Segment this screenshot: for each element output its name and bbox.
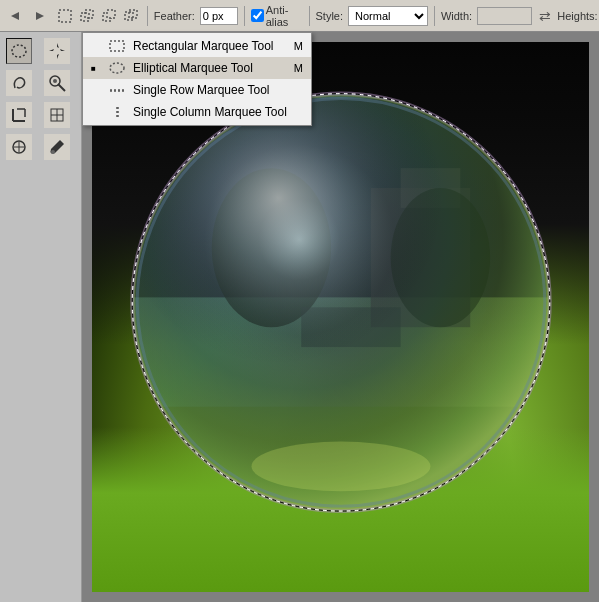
history-controls xyxy=(4,5,51,27)
svg-marker-1 xyxy=(36,12,44,20)
svg-marker-13 xyxy=(57,49,65,51)
sidebar-tool-magic-wand[interactable] xyxy=(44,70,70,96)
width-label: Width: xyxy=(441,10,472,22)
menu-item-label-3: Single Column Marquee Tool xyxy=(133,105,287,119)
swap-dimensions-button[interactable]: ⇄ xyxy=(535,5,554,27)
sidebar-tool-healing[interactable] xyxy=(6,134,32,160)
svg-point-47 xyxy=(110,63,124,73)
menu-shortcut-0: M xyxy=(294,40,303,52)
history-back-button[interactable] xyxy=(4,5,26,27)
sidebar-tool-slice[interactable] xyxy=(44,102,70,128)
svg-marker-11 xyxy=(57,51,59,59)
sidebar-tool-crop[interactable] xyxy=(6,102,32,128)
svg-point-16 xyxy=(53,79,57,83)
separator-1 xyxy=(147,6,148,26)
width-input[interactable] xyxy=(477,7,532,25)
rectangular-marquee-icon xyxy=(107,38,127,54)
svg-marker-12 xyxy=(49,49,57,51)
sidebar-tool-move[interactable] xyxy=(44,38,70,64)
separator-3 xyxy=(309,6,310,26)
svg-rect-46 xyxy=(110,41,124,51)
svg-point-27 xyxy=(51,150,55,154)
style-select[interactable]: Normal Fixed Ratio Fixed Size xyxy=(348,6,428,26)
marquee-intersect-button[interactable] xyxy=(122,5,141,27)
history-fwd-button[interactable] xyxy=(29,5,51,27)
sidebar xyxy=(0,32,82,602)
separator-2 xyxy=(244,6,245,26)
marquee-add-button[interactable] xyxy=(77,5,96,27)
svg-point-9 xyxy=(12,45,26,57)
marquee-new-button[interactable] xyxy=(55,5,74,27)
menu-item-single-column-marquee[interactable]: Single Column Marquee Tool xyxy=(83,101,311,123)
antialias-checkbox[interactable] xyxy=(251,9,264,22)
elliptical-marquee-icon xyxy=(107,60,127,76)
height-label: Heights: xyxy=(557,10,597,22)
menu-item-label-0: Rectangular Marquee Tool xyxy=(133,39,274,53)
sidebar-tool-marquee[interactable] xyxy=(6,38,32,64)
svg-rect-2 xyxy=(59,10,71,22)
svg-rect-6 xyxy=(107,10,115,18)
dropdown-menu: Rectangular Marquee Tool M ■ Elliptical … xyxy=(82,32,312,126)
feather-input[interactable] xyxy=(200,7,238,25)
menu-item-rectangular-marquee[interactable]: Rectangular Marquee Tool M xyxy=(83,35,311,57)
menu-shortcut-1: M xyxy=(294,62,303,74)
svg-marker-0 xyxy=(11,12,19,20)
menu-item-label-1: Elliptical Marquee Tool xyxy=(133,61,253,75)
sidebar-tool-lasso[interactable] xyxy=(6,70,32,96)
marquee-subtract-button[interactable] xyxy=(100,5,119,27)
svg-point-43 xyxy=(251,442,430,492)
single-column-marquee-icon xyxy=(107,104,127,120)
svg-marker-10 xyxy=(57,43,59,51)
menu-item-single-row-marquee[interactable]: Single Row Marquee Tool xyxy=(83,79,311,101)
single-row-marquee-icon xyxy=(107,82,127,98)
menu-item-label-2: Single Row Marquee Tool xyxy=(133,83,270,97)
sidebar-tool-brush[interactable] xyxy=(44,134,70,160)
menu-bullet-2 xyxy=(91,85,101,96)
menu-bullet-3 xyxy=(91,107,101,118)
menu-bullet-1: ■ xyxy=(91,64,101,73)
menu-item-elliptical-marquee[interactable]: ■ Elliptical Marquee Tool M xyxy=(83,57,311,79)
feather-label: Feather: xyxy=(154,10,195,22)
toolbar: Feather: Anti-alias Style: Normal Fixed … xyxy=(0,0,599,32)
menu-bullet-0 xyxy=(91,41,101,52)
style-label: Style: xyxy=(316,10,344,22)
antialias-label[interactable]: Anti-alias xyxy=(251,4,303,28)
separator-4 xyxy=(434,6,435,26)
